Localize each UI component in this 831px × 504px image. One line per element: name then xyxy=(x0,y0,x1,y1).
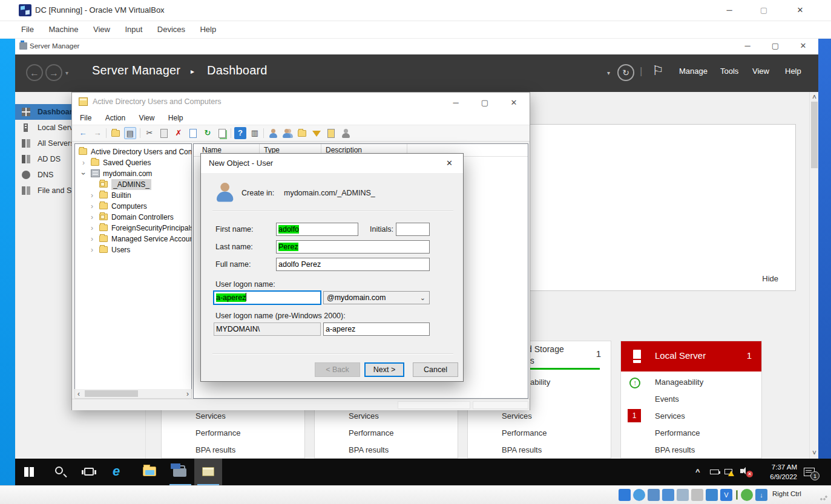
vbox-menu-help[interactable]: Help xyxy=(194,21,222,34)
properties-icon[interactable] xyxy=(187,127,199,139)
tree-item-builtin[interactable]: › Builtin xyxy=(75,190,192,201)
expand-icon[interactable]: › xyxy=(91,244,93,255)
back-button[interactable]: ← xyxy=(26,64,43,81)
vbox-maximize-button[interactable]: ▢ xyxy=(752,1,776,19)
expand-icon[interactable]: › xyxy=(91,234,93,244)
expand-icon[interactable]: › xyxy=(82,157,85,168)
tile3-services-link[interactable]: Services xyxy=(502,411,532,425)
refresh-icon[interactable]: ↻ xyxy=(202,127,214,139)
forward-icon[interactable]: → xyxy=(91,127,103,139)
full-name-field[interactable]: adolfo Perez xyxy=(276,258,430,271)
tile1-performance-link[interactable]: Performance xyxy=(195,428,240,442)
scrollbar-thumb[interactable] xyxy=(811,102,818,168)
cut-icon[interactable]: ✂ xyxy=(143,127,156,139)
dialog-close-icon[interactable]: ✕ xyxy=(436,154,463,172)
show-console-tree-icon[interactable]: ▤ xyxy=(124,127,136,139)
tree-item-saved-queries[interactable]: › Saved Queries xyxy=(75,157,192,168)
volume-icon[interactable] xyxy=(740,469,743,473)
internet-explorer-button[interactable]: e xyxy=(106,459,134,485)
initials-field[interactable] xyxy=(396,223,430,236)
collapse-icon[interactable]: › xyxy=(78,172,89,175)
hscroll-thumb[interactable] xyxy=(85,390,138,397)
vbox-menu-devices[interactable]: Devices xyxy=(151,21,191,34)
new-ou-icon[interactable] xyxy=(296,127,308,139)
new-group-icon[interactable] xyxy=(281,127,294,139)
forward-button[interactable]: → xyxy=(45,64,62,81)
expand-icon[interactable]: › xyxy=(91,223,93,234)
tree-item-root[interactable]: Active Directory Users and Com xyxy=(75,146,192,157)
vbox-menu-view[interactable]: View xyxy=(87,21,116,34)
tree-item-mydomain[interactable]: › mydomain.com xyxy=(75,168,192,179)
aduc-maximize-button[interactable]: ▢ xyxy=(473,94,497,112)
tile4-manageability-link[interactable]: Manageability xyxy=(655,378,703,391)
next-button[interactable]: Next > xyxy=(364,362,404,377)
task-view-button[interactable] xyxy=(76,459,103,485)
up-one-level-icon[interactable] xyxy=(110,127,122,139)
tile3-performance-link[interactable]: Performance xyxy=(502,428,547,442)
delegate-control-icon[interactable] xyxy=(340,127,352,139)
notifications-flag-icon[interactable]: ⚐ xyxy=(652,63,664,79)
back-button[interactable]: < Back xyxy=(315,362,360,377)
logon-name-field[interactable]: a-aperez xyxy=(214,291,321,304)
hide-link[interactable]: Hide xyxy=(762,274,778,283)
resize-grip[interactable] xyxy=(820,493,827,500)
aduc-minimize-button[interactable]: ─ xyxy=(444,94,468,112)
local-server-tile[interactable]: Local Server 1 ↑ Manageability Events 1 … xyxy=(620,341,762,459)
pre2000-domain-field[interactable]: MYDOMAIN\ xyxy=(214,322,321,336)
tree-item-computers[interactable]: › Computers xyxy=(75,201,192,212)
back-icon[interactable]: ← xyxy=(77,127,89,139)
file-explorer-button[interactable] xyxy=(136,459,164,485)
aduc-menu-file[interactable]: File xyxy=(74,112,97,122)
menu-help[interactable]: Help xyxy=(785,67,801,76)
filter-icon[interactable] xyxy=(310,127,323,139)
scroll-down-icon[interactable]: ˅ xyxy=(812,449,816,457)
delete-icon[interactable]: ✗ xyxy=(172,127,185,139)
menu-tools[interactable]: Tools xyxy=(720,67,738,76)
vbox-minimize-button[interactable]: ─ xyxy=(717,1,741,19)
tree-item-foreign-security[interactable]: › ForeignSecurityPrincipals xyxy=(75,223,192,234)
tile2-bpa-link[interactable]: BPA results xyxy=(349,445,389,459)
aduc-menu-view[interactable]: View xyxy=(134,112,160,122)
tree-horizontal-scrollbar[interactable]: ‹ › xyxy=(74,389,192,399)
domain-suffix-dropdown[interactable]: @mydomain.com ⌄ xyxy=(323,291,430,304)
start-button[interactable] xyxy=(15,459,43,485)
server-manager-taskbar-button[interactable] xyxy=(166,459,194,485)
local-server-tile-header[interactable]: Local Server 1 xyxy=(621,341,761,371)
sm-close-button[interactable]: ✕ xyxy=(791,37,815,55)
last-name-field[interactable]: Perez xyxy=(276,240,430,254)
tile4-bpa-link[interactable]: BPA results xyxy=(655,445,695,459)
expand-icon[interactable]: › xyxy=(91,212,93,223)
vbox-menu-machine[interactable]: Machine xyxy=(42,21,84,34)
action-pane-icon[interactable]: ▥ xyxy=(249,127,261,139)
aduc-menu-help[interactable]: Help xyxy=(163,112,189,122)
scroll-left-icon[interactable]: ‹ xyxy=(77,390,80,398)
menu-view[interactable]: View xyxy=(752,67,769,76)
tile2-performance-link[interactable]: Performance xyxy=(349,428,393,442)
paste-icon[interactable] xyxy=(158,127,170,139)
battery-icon[interactable] xyxy=(710,470,719,474)
aduc-taskbar-button[interactable] xyxy=(194,459,222,485)
tile4-events-link[interactable]: Events xyxy=(655,394,679,408)
tile1-bpa-link[interactable]: BPA results xyxy=(195,445,235,459)
new-user-icon[interactable] xyxy=(267,127,279,139)
vbox-close-button[interactable]: ✕ xyxy=(788,1,812,19)
tree-item-users[interactable]: › Users xyxy=(75,244,192,255)
find-icon[interactable] xyxy=(325,127,337,139)
tray-chevron-icon[interactable]: ^ xyxy=(695,467,700,476)
expand-icon[interactable]: › xyxy=(91,201,93,212)
sm-minimize-button[interactable]: ─ xyxy=(735,37,760,55)
tile2-services-link[interactable]: Services xyxy=(349,411,379,425)
breadcrumb-root[interactable]: Server Manager xyxy=(92,64,180,77)
sm-maximize-button[interactable]: ▢ xyxy=(763,37,787,55)
tile4-services-link[interactable]: Services xyxy=(655,411,685,425)
first-name-field[interactable]: adolfo xyxy=(276,223,358,236)
tree-item-admins-ou[interactable]: _ADMINS_ xyxy=(75,179,192,190)
vbox-menu-input[interactable]: Input xyxy=(119,21,148,34)
tile1-services-link[interactable]: Services xyxy=(195,411,226,425)
search-button[interactable] xyxy=(47,459,74,485)
tile3-bpa-link[interactable]: BPA results xyxy=(502,445,542,459)
menu-manage[interactable]: Manage xyxy=(679,67,708,76)
scroll-right-icon[interactable]: › xyxy=(186,390,189,398)
tile4-performance-link[interactable]: Performance xyxy=(655,428,700,442)
help-icon[interactable]: ? xyxy=(234,127,246,139)
